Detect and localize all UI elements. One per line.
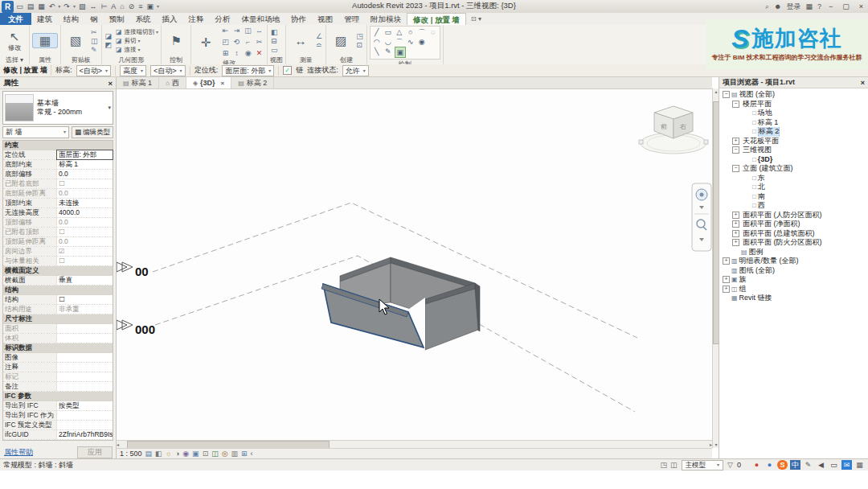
ribbon-tab[interactable]: 建筑 bbox=[31, 13, 58, 25]
modify-tool-icon[interactable]: ↕ bbox=[231, 48, 242, 59]
view-control-icon[interactable]: ⊡ bbox=[203, 449, 209, 458]
property-row[interactable]: 顶部约束 未连接 bbox=[3, 199, 113, 208]
ribbon-tab[interactable]: 分析 bbox=[210, 13, 236, 25]
ribbon-tab[interactable]: 视图 bbox=[312, 13, 338, 25]
modify-tool-icon[interactable]: ⇤ bbox=[220, 26, 231, 36]
type-selector[interactable]: 基本墙 常规 - 200mm ▾ bbox=[2, 91, 113, 125]
draw-tool-icon[interactable]: ○ bbox=[406, 27, 416, 37]
level-tag-upper[interactable]: 00 bbox=[117, 262, 149, 278]
property-row[interactable]: 导出到 IFC 作为 bbox=[3, 411, 113, 421]
view-tab-3d[interactable]: ◈{3D}× bbox=[186, 77, 231, 88]
tray-icon[interactable]: ▦ bbox=[854, 460, 865, 470]
create-button[interactable]: ▨ bbox=[329, 34, 353, 47]
property-row[interactable]: 顶部偏移 0.0 bbox=[3, 218, 113, 228]
property-row[interactable]: 注释 bbox=[3, 363, 113, 372]
browser-tree-item[interactable]: □ 东 bbox=[719, 174, 868, 183]
browser-tree-item[interactable]: + ▥ 明细表/数量 (全部) bbox=[719, 257, 868, 266]
clipboard-tool-icon[interactable]: ✂ bbox=[90, 28, 99, 36]
ribbon-tab[interactable]: 注释 bbox=[183, 13, 210, 25]
property-row[interactable]: 结构 bbox=[3, 286, 113, 295]
join-status-select[interactable]: 允许▾ bbox=[342, 65, 369, 76]
modify-tool-icon[interactable]: ✂ bbox=[254, 37, 264, 47]
paste-button[interactable]: ▧ bbox=[63, 34, 88, 47]
modify-tool-icon[interactable]: ⌐ bbox=[243, 37, 253, 47]
browser-tree-item[interactable]: □ 标高 1 bbox=[719, 118, 868, 128]
chain-checkbox[interactable]: ✓ bbox=[283, 66, 292, 75]
tray-icon[interactable]: ◀ bbox=[816, 460, 826, 470]
view-control-icon[interactable]: ◧ bbox=[155, 449, 162, 458]
property-row[interactable]: 标记 bbox=[3, 372, 113, 382]
ribbon-tab[interactable]: 结构 bbox=[58, 13, 84, 25]
search-icon[interactable]: ⌕ bbox=[765, 2, 769, 11]
expander-icon[interactable]: + bbox=[732, 220, 739, 228]
modify-tool-icon[interactable]: ✕ bbox=[254, 48, 264, 59]
expander-icon[interactable]: + bbox=[723, 257, 730, 265]
measure-button[interactable]: ↔ bbox=[289, 34, 313, 47]
modify-tool-icon[interactable]: ◉ bbox=[243, 48, 253, 59]
height-value-select[interactable]: <自动>▾ bbox=[150, 65, 186, 76]
draw-tool-icon[interactable]: ∿ bbox=[406, 37, 416, 47]
move-button[interactable]: ✛ bbox=[194, 35, 218, 49]
view-control-icon[interactable]: ‹ bbox=[251, 449, 253, 458]
property-row[interactable]: 结构 ☐ bbox=[3, 295, 113, 305]
property-row[interactable]: 顶部延伸距离 0.0 bbox=[3, 237, 113, 247]
tray-icon[interactable]: ● bbox=[764, 460, 775, 470]
ribbon-tab[interactable]: 预制 bbox=[104, 13, 130, 25]
ribbon-tab[interactable]: 文件 bbox=[0, 13, 31, 25]
view-tab-level1[interactable]: ▤标高 1 bbox=[117, 77, 159, 88]
draw-tool-icon[interactable]: ╱ bbox=[372, 27, 382, 37]
minimize-button[interactable]: − bbox=[826, 2, 835, 10]
view-control-icon[interactable]: ◑ bbox=[175, 449, 179, 458]
tray-icon[interactable]: ● bbox=[751, 460, 762, 470]
tray-icon[interactable]: ✉ bbox=[841, 460, 852, 470]
modify-tool-icon[interactable]: ◫ bbox=[243, 26, 253, 36]
create-tool-icon[interactable]: ◳ bbox=[355, 32, 364, 40]
browser-tree-item[interactable]: ▦ Revit 链接 bbox=[719, 294, 868, 303]
property-row[interactable]: 房间边界 ☑ bbox=[3, 247, 113, 257]
draw-tool-icon[interactable]: ⌒ bbox=[395, 37, 404, 47]
modify-button[interactable]: ↖ 修改 bbox=[2, 30, 27, 52]
property-row[interactable]: 底部偏移 0.0 bbox=[3, 170, 113, 179]
status-icon[interactable]: ◫ bbox=[670, 461, 678, 469]
browser-tree-item[interactable]: + 面积平面 (净面积) bbox=[719, 220, 868, 229]
browser-tree-item[interactable]: − 三维视图 bbox=[719, 146, 868, 155]
ribbon-tab[interactable]: 体量和场地 bbox=[236, 13, 286, 25]
browser-tree-item[interactable]: ▥ 图纸 (全部) bbox=[719, 266, 868, 276]
property-row[interactable]: 尺寸标注 bbox=[3, 314, 113, 324]
measure-tool-icon[interactable]: ∠ bbox=[315, 32, 323, 40]
view-control-icon[interactable]: ◎ bbox=[222, 449, 228, 458]
modify-tool-icon[interactable]: ⊞ bbox=[220, 48, 231, 59]
view-control-icon[interactable]: ▤ bbox=[145, 449, 153, 458]
property-row[interactable]: 底部约束 标高 1 bbox=[3, 160, 113, 170]
property-row[interactable]: 备注 bbox=[3, 382, 113, 392]
view-tool-icon[interactable]: ◧ bbox=[270, 28, 279, 36]
app-store-icon[interactable]: ▦ bbox=[805, 2, 813, 10]
modify-tool-icon[interactable]: ⟲ bbox=[231, 37, 242, 47]
account-icon[interactable]: ☻ bbox=[774, 2, 781, 10]
browser-tree-item[interactable]: □ 南 bbox=[719, 192, 868, 202]
browser-tree-item[interactable]: − ▤ 视图 (全部) bbox=[719, 90, 868, 100]
draw-tool-icon[interactable]: ▭ bbox=[383, 27, 393, 37]
properties-button[interactable]: ▦ bbox=[32, 33, 58, 48]
property-row[interactable]: 标识数据 bbox=[3, 343, 113, 353]
expander-icon[interactable]: + bbox=[732, 138, 739, 145]
tray-icon[interactable]: 中 bbox=[790, 460, 800, 470]
browser-tree-item[interactable]: − 立面 (建筑立面) bbox=[719, 164, 868, 174]
tray-icon[interactable]: ▭ bbox=[829, 460, 839, 470]
tray-icon[interactable]: ✎ bbox=[803, 460, 813, 470]
property-row[interactable]: 体积 bbox=[3, 334, 113, 343]
element-filter-select[interactable]: 新 墙▾ bbox=[2, 126, 69, 138]
ribbon-collapse-icon[interactable]: ⊡ ▾ bbox=[466, 13, 486, 25]
geometry-tool-icon[interactable]: ◪ bbox=[104, 32, 113, 40]
modify-tool-icon[interactable]: ◰ bbox=[220, 37, 231, 47]
modify-tool-icon[interactable]: ⇥ bbox=[231, 26, 242, 36]
ribbon-tab[interactable]: 管理 bbox=[338, 13, 365, 25]
expander-icon[interactable]: + bbox=[732, 212, 739, 219]
draw-tool-icon[interactable]: △ bbox=[395, 27, 404, 37]
draw-tool-icon[interactable]: ◡ bbox=[383, 37, 393, 47]
browser-tree-item[interactable]: + 面积平面 (防火分区面积) bbox=[719, 238, 868, 248]
tray-icon[interactable]: S bbox=[777, 460, 788, 470]
close-icon[interactable]: × bbox=[108, 79, 113, 88]
view-control-icon[interactable]: ◫ bbox=[211, 449, 219, 458]
browser-tree-item[interactable]: + 面积平面 (总建筑面积) bbox=[719, 229, 868, 239]
